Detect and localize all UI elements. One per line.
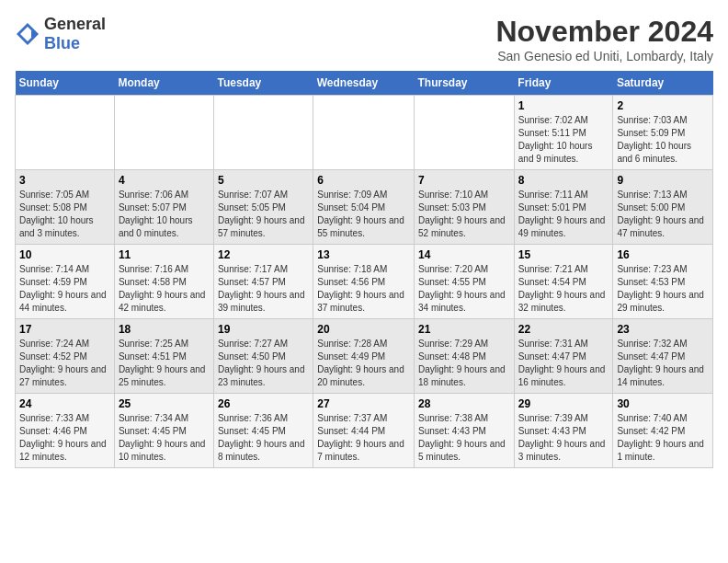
calendar-cell: 19Sunrise: 7:27 AM Sunset: 4:50 PM Dayli…	[213, 319, 313, 394]
day-number: 1	[518, 99, 609, 112]
logo-general-text: General	[44, 15, 106, 33]
calendar-cell: 30Sunrise: 7:40 AM Sunset: 4:42 PM Dayli…	[613, 394, 713, 468]
calendar-cell: 21Sunrise: 7:29 AM Sunset: 4:48 PM Dayli…	[415, 319, 515, 394]
calendar-cell: 1Sunrise: 7:02 AM Sunset: 5:11 PM Daylig…	[514, 96, 613, 170]
calendar-cell: 14Sunrise: 7:20 AM Sunset: 4:55 PM Dayli…	[415, 245, 515, 319]
day-number: 16	[617, 248, 709, 261]
day-number: 14	[418, 248, 510, 261]
day-info: Sunrise: 7:32 AM Sunset: 4:47 PM Dayligh…	[617, 338, 709, 389]
calendar-cell: 3Sunrise: 7:05 AM Sunset: 5:08 PM Daylig…	[16, 170, 115, 245]
weekday-header: Sunday	[16, 71, 115, 96]
day-info: Sunrise: 7:18 AM Sunset: 4:56 PM Dayligh…	[317, 263, 410, 315]
calendar-cell: 9Sunrise: 7:13 AM Sunset: 5:00 PM Daylig…	[613, 170, 713, 245]
day-info: Sunrise: 7:39 AM Sunset: 4:43 PM Dayligh…	[518, 412, 609, 464]
calendar-cell: 28Sunrise: 7:38 AM Sunset: 4:43 PM Dayli…	[415, 394, 515, 468]
day-info: Sunrise: 7:05 AM Sunset: 5:08 PM Dayligh…	[19, 189, 110, 240]
day-number: 13	[317, 248, 410, 261]
calendar-cell	[213, 96, 313, 170]
day-number: 6	[317, 174, 410, 187]
day-number: 10	[19, 248, 110, 261]
day-info: Sunrise: 7:37 AM Sunset: 4:44 PM Dayligh…	[317, 412, 410, 464]
calendar-cell: 17Sunrise: 7:24 AM Sunset: 4:52 PM Dayli…	[16, 319, 115, 394]
title-area: November 2024 San Genesio ed Uniti, Lomb…	[495, 15, 713, 63]
calendar-table: SundayMondayTuesdayWednesdayThursdayFrid…	[15, 71, 713, 468]
day-number: 20	[317, 323, 410, 336]
day-number: 23	[617, 323, 709, 336]
page-header: General Blue November 2024 San Genesio e…	[15, 15, 713, 63]
calendar-cell: 7Sunrise: 7:10 AM Sunset: 5:03 PM Daylig…	[415, 170, 515, 245]
calendar-week-row: 1Sunrise: 7:02 AM Sunset: 5:11 PM Daylig…	[16, 96, 713, 170]
weekday-header: Saturday	[613, 71, 713, 96]
day-number: 17	[19, 323, 110, 336]
logo-icon	[15, 21, 40, 47]
weekday-header-row: SundayMondayTuesdayWednesdayThursdayFrid…	[16, 71, 713, 96]
day-info: Sunrise: 7:33 AM Sunset: 4:46 PM Dayligh…	[19, 412, 110, 464]
day-info: Sunrise: 7:36 AM Sunset: 4:45 PM Dayligh…	[218, 412, 309, 464]
day-info: Sunrise: 7:25 AM Sunset: 4:51 PM Dayligh…	[119, 338, 210, 389]
day-number: 15	[518, 248, 609, 261]
day-number: 28	[418, 397, 510, 410]
calendar-cell: 25Sunrise: 7:34 AM Sunset: 4:45 PM Dayli…	[114, 394, 213, 468]
calendar-cell: 15Sunrise: 7:21 AM Sunset: 4:54 PM Dayli…	[514, 245, 613, 319]
calendar-cell	[114, 96, 213, 170]
calendar-cell	[16, 96, 115, 170]
month-title: November 2024	[495, 15, 713, 49]
calendar-cell	[415, 96, 515, 170]
day-info: Sunrise: 7:28 AM Sunset: 4:49 PM Dayligh…	[317, 338, 410, 389]
calendar-cell: 2Sunrise: 7:03 AM Sunset: 5:09 PM Daylig…	[613, 96, 713, 170]
calendar-cell: 5Sunrise: 7:07 AM Sunset: 5:05 PM Daylig…	[213, 170, 313, 245]
weekday-header: Tuesday	[213, 71, 313, 96]
day-number: 7	[418, 174, 510, 187]
day-number: 24	[19, 397, 110, 410]
day-info: Sunrise: 7:03 AM Sunset: 5:09 PM Dayligh…	[617, 114, 709, 166]
calendar-cell: 8Sunrise: 7:11 AM Sunset: 5:01 PM Daylig…	[514, 170, 613, 245]
calendar-week-row: 24Sunrise: 7:33 AM Sunset: 4:46 PM Dayli…	[16, 394, 713, 468]
calendar-cell: 22Sunrise: 7:31 AM Sunset: 4:47 PM Dayli…	[514, 319, 613, 394]
day-info: Sunrise: 7:06 AM Sunset: 5:07 PM Dayligh…	[119, 189, 210, 240]
calendar-cell: 16Sunrise: 7:23 AM Sunset: 4:53 PM Dayli…	[613, 245, 713, 319]
day-info: Sunrise: 7:10 AM Sunset: 5:03 PM Dayligh…	[418, 189, 510, 240]
day-info: Sunrise: 7:07 AM Sunset: 5:05 PM Dayligh…	[218, 189, 309, 240]
day-number: 30	[617, 397, 709, 410]
logo: General Blue	[15, 15, 106, 53]
calendar-cell: 23Sunrise: 7:32 AM Sunset: 4:47 PM Dayli…	[613, 319, 713, 394]
calendar-cell: 29Sunrise: 7:39 AM Sunset: 4:43 PM Dayli…	[514, 394, 613, 468]
day-info: Sunrise: 7:27 AM Sunset: 4:50 PM Dayligh…	[218, 338, 309, 389]
calendar-cell: 13Sunrise: 7:18 AM Sunset: 4:56 PM Dayli…	[313, 245, 415, 319]
day-info: Sunrise: 7:02 AM Sunset: 5:11 PM Dayligh…	[518, 114, 609, 166]
day-number: 3	[19, 174, 110, 187]
day-info: Sunrise: 7:38 AM Sunset: 4:43 PM Dayligh…	[418, 412, 510, 464]
weekday-header: Thursday	[415, 71, 515, 96]
calendar-cell	[313, 96, 415, 170]
calendar-cell: 24Sunrise: 7:33 AM Sunset: 4:46 PM Dayli…	[16, 394, 115, 468]
calendar-week-row: 17Sunrise: 7:24 AM Sunset: 4:52 PM Dayli…	[16, 319, 713, 394]
weekday-header: Wednesday	[313, 71, 415, 96]
day-info: Sunrise: 7:23 AM Sunset: 4:53 PM Dayligh…	[617, 263, 709, 315]
day-info: Sunrise: 7:14 AM Sunset: 4:59 PM Dayligh…	[19, 263, 110, 315]
weekday-header: Friday	[514, 71, 613, 96]
day-info: Sunrise: 7:11 AM Sunset: 5:01 PM Dayligh…	[518, 189, 609, 240]
day-number: 5	[218, 174, 309, 187]
day-info: Sunrise: 7:31 AM Sunset: 4:47 PM Dayligh…	[518, 338, 609, 389]
day-info: Sunrise: 7:17 AM Sunset: 4:57 PM Dayligh…	[218, 263, 309, 315]
weekday-header: Monday	[114, 71, 213, 96]
day-info: Sunrise: 7:40 AM Sunset: 4:42 PM Dayligh…	[617, 412, 709, 464]
day-number: 9	[617, 174, 709, 187]
day-number: 8	[518, 174, 609, 187]
day-info: Sunrise: 7:20 AM Sunset: 4:55 PM Dayligh…	[418, 263, 510, 315]
day-info: Sunrise: 7:29 AM Sunset: 4:48 PM Dayligh…	[418, 338, 510, 389]
day-number: 26	[218, 397, 309, 410]
day-number: 18	[119, 323, 210, 336]
day-info: Sunrise: 7:09 AM Sunset: 5:04 PM Dayligh…	[317, 189, 410, 240]
day-number: 11	[119, 248, 210, 261]
day-number: 29	[518, 397, 609, 410]
calendar-cell: 18Sunrise: 7:25 AM Sunset: 4:51 PM Dayli…	[114, 319, 213, 394]
calendar-cell: 6Sunrise: 7:09 AM Sunset: 5:04 PM Daylig…	[313, 170, 415, 245]
day-info: Sunrise: 7:21 AM Sunset: 4:54 PM Dayligh…	[518, 263, 609, 315]
day-number: 21	[418, 323, 510, 336]
day-number: 27	[317, 397, 410, 410]
day-info: Sunrise: 7:34 AM Sunset: 4:45 PM Dayligh…	[119, 412, 210, 464]
calendar-cell: 4Sunrise: 7:06 AM Sunset: 5:07 PM Daylig…	[114, 170, 213, 245]
location-subtitle: San Genesio ed Uniti, Lombardy, Italy	[495, 49, 713, 63]
calendar-cell: 20Sunrise: 7:28 AM Sunset: 4:49 PM Dayli…	[313, 319, 415, 394]
